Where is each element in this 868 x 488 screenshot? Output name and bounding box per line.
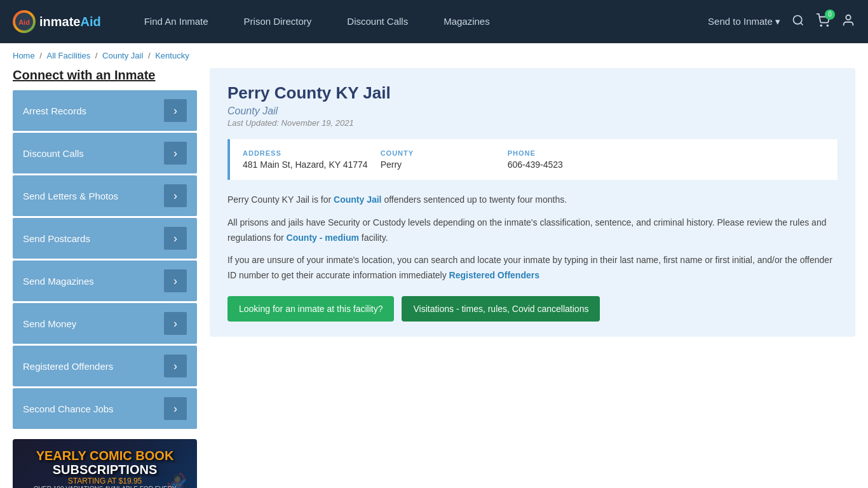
arrow-send-money: ›: [164, 312, 187, 335]
facility-updated: Last Updated: November 19, 2021: [227, 118, 837, 128]
nav-prison-directory[interactable]: Prison Directory: [226, 0, 330, 43]
arrow-arrest-records: ›: [164, 99, 187, 122]
sidebar: Connect with an Inmate Arrest Records › …: [13, 68, 197, 488]
sidebar-label-send-money: Send Money: [23, 318, 76, 329]
sidebar-item-second-chance-jobs[interactable]: Second Chance Jobs ›: [13, 388, 197, 429]
breadcrumb-all-facilities[interactable]: All Facilities: [47, 51, 91, 60]
cart-icon[interactable]: 0: [816, 13, 830, 30]
sidebar-menu: Arrest Records › Discount Calls › Send L…: [13, 90, 197, 429]
county-group: COUNTY Perry: [381, 149, 495, 170]
county-jail-link[interactable]: County Jail: [334, 194, 381, 205]
facility-buttons: Looking for an inmate at this facility? …: [227, 296, 837, 322]
facility-desc-3: If you are unsure of your inmate's locat…: [227, 253, 837, 283]
search-icon[interactable]: [792, 14, 804, 30]
logo[interactable]: Aid inmateAid: [13, 10, 101, 33]
sidebar-item-registered-offenders[interactable]: Registered Offenders ›: [13, 346, 197, 386]
county-medium-link[interactable]: County - medium: [287, 233, 359, 243]
svg-text:Aid: Aid: [18, 18, 30, 26]
arrow-discount-calls: ›: [164, 142, 187, 165]
user-icon[interactable]: [841, 13, 855, 30]
arrow-registered-offenders: ›: [164, 355, 187, 377]
svg-point-5: [827, 25, 828, 26]
sidebar-label-send-postcards: Send Postcards: [23, 233, 90, 244]
logo-icon: Aid: [13, 10, 36, 33]
facility-desc-1: Perry County KY Jail is for County Jail …: [227, 193, 837, 208]
looking-for-inmate-button[interactable]: Looking for an inmate at this facility?: [227, 296, 394, 322]
main-content: Perry County KY Jail County Jail Last Up…: [210, 68, 855, 488]
navbar-links: Find An Inmate Prison Directory Discount…: [126, 0, 708, 43]
sidebar-item-discount-calls[interactable]: Discount Calls ›: [13, 133, 197, 173]
phone-value: 606-439-4523: [508, 159, 622, 170]
breadcrumb: Home / All Facilities / County Jail / Ke…: [0, 43, 868, 68]
arrow-send-letters: ›: [164, 184, 187, 207]
send-to-inmate-button[interactable]: Send to Inmate ▾: [708, 16, 780, 27]
ad-price: STARTING AT $19.95: [19, 477, 191, 485]
facility-description: Perry County KY Jail is for County Jail …: [227, 193, 837, 283]
ad-note: OVER 100 VARIATIONS AVAILABLE FOR EVERY …: [19, 485, 191, 488]
sidebar-label-second-chance-jobs: Second Chance Jobs: [23, 403, 114, 414]
breadcrumb-county-jail[interactable]: County Jail: [102, 51, 143, 60]
sidebar-item-send-magazines[interactable]: Send Magazines ›: [13, 261, 197, 301]
address-group: ADDRESS 481 Main St, Hazard, KY 41774: [243, 149, 368, 170]
sidebar-label-send-letters: Send Letters & Photos: [23, 191, 118, 201]
ad-title-line1: YEARLY COMIC BOOK: [19, 449, 191, 463]
breadcrumb-home[interactable]: Home: [13, 51, 35, 60]
county-label: COUNTY: [381, 149, 495, 157]
address-value: 481 Main St, Hazard, KY 41774: [243, 159, 368, 170]
svg-line-3: [801, 22, 803, 25]
cart-badge: 0: [825, 10, 835, 20]
ad-banner[interactable]: YEARLY COMIC BOOK SUBSCRIPTIONS STARTING…: [13, 439, 197, 488]
facility-name: Perry County KY Jail: [227, 83, 837, 103]
ad-title-line2: SUBSCRIPTIONS: [19, 463, 191, 477]
arrow-send-magazines: ›: [164, 269, 187, 292]
nav-find-inmate[interactable]: Find An Inmate: [126, 0, 226, 43]
phone-label: PHONE: [508, 149, 622, 157]
svg-point-4: [820, 25, 822, 26]
sidebar-label-registered-offenders: Registered Offenders: [23, 361, 113, 372]
visitations-button[interactable]: Visitations - times, rules, Covid cancel…: [402, 296, 600, 322]
facility-card: Perry County KY Jail County Jail Last Up…: [210, 68, 855, 337]
sidebar-label-send-magazines: Send Magazines: [23, 276, 94, 287]
svg-point-2: [794, 15, 802, 24]
county-value: Perry: [381, 159, 495, 170]
sidebar-title: Connect with an Inmate: [13, 68, 197, 83]
sidebar-label-arrest-records: Arrest Records: [23, 105, 86, 116]
sidebar-item-arrest-records[interactable]: Arrest Records ›: [13, 90, 197, 131]
facility-type: County Jail: [227, 105, 837, 117]
facility-desc-2: All prisons and jails have Security or C…: [227, 215, 837, 246]
main-container: Connect with an Inmate Arrest Records › …: [0, 68, 868, 488]
sidebar-item-send-letters[interactable]: Send Letters & Photos ›: [13, 175, 197, 216]
nav-discount-calls[interactable]: Discount Calls: [329, 0, 426, 43]
arrow-send-postcards: ›: [164, 227, 187, 250]
navbar: Aid inmateAid Find An Inmate Prison Dire…: [0, 0, 868, 43]
nav-magazines[interactable]: Magazines: [426, 0, 508, 43]
breadcrumb-kentucky[interactable]: Kentucky: [155, 51, 189, 60]
registered-offenders-link[interactable]: Registered Offenders: [449, 270, 539, 280]
sidebar-item-send-money[interactable]: Send Money ›: [13, 303, 197, 344]
facility-info: ADDRESS 481 Main St, Hazard, KY 41774 CO…: [227, 139, 837, 180]
svg-point-6: [846, 15, 850, 19]
navbar-right: Send to Inmate ▾ 0: [708, 13, 855, 30]
sidebar-label-discount-calls: Discount Calls: [23, 148, 84, 159]
sidebar-item-send-postcards[interactable]: Send Postcards ›: [13, 218, 197, 259]
address-label: ADDRESS: [243, 149, 368, 157]
phone-group: PHONE 606-439-4523: [508, 149, 622, 170]
arrow-second-chance-jobs: ›: [164, 397, 187, 420]
